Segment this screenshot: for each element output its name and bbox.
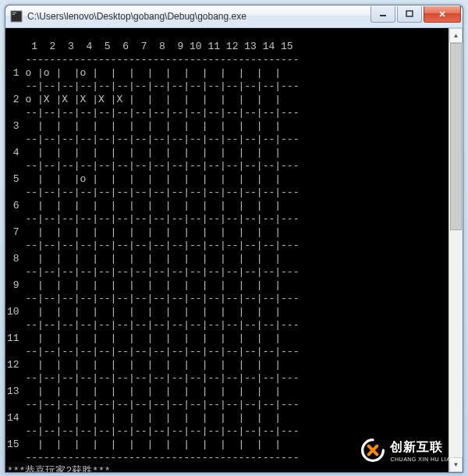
window-title: C:\Users\lenovo\Desktop\gobang\Debug\gob… [27, 11, 369, 22]
vertical-scrollbar[interactable]: ▲ ▼ [448, 28, 463, 472]
watermark-logo-icon [360, 438, 385, 463]
console-output: 1 2 3 4 5 6 7 8 9 10 11 12 13 14 15 ----… [5, 38, 449, 462]
close-button[interactable] [424, 6, 461, 23]
titlebar[interactable]: C:\Users\lenovo\Desktop\gobang\Debug\gob… [5, 5, 463, 28]
scroll-thumb[interactable] [450, 43, 462, 230]
scroll-track[interactable] [450, 43, 462, 457]
scroll-up-button[interactable]: ▲ [449, 28, 463, 43]
svg-rect-3 [380, 15, 386, 16]
svg-rect-1 [12, 12, 16, 13]
watermark-text-cn: 创新互联 [390, 439, 455, 456]
app-window: C:\Users\lenovo\Desktop\gobang\Debug\gob… [5, 5, 463, 473]
watermark: 创新互联 CHUANG XIN HU LIAN [360, 438, 455, 463]
svg-rect-2 [12, 14, 15, 15]
maximize-button[interactable] [397, 6, 422, 23]
watermark-text-en: CHUANG XIN HU LIAN [390, 456, 455, 462]
console-area: 1 2 3 4 5 6 7 8 9 10 11 12 13 14 15 ----… [5, 28, 463, 472]
minimize-button[interactable] [370, 6, 395, 23]
app-icon [10, 10, 23, 23]
svg-rect-4 [406, 11, 413, 16]
window-buttons [369, 6, 461, 22]
